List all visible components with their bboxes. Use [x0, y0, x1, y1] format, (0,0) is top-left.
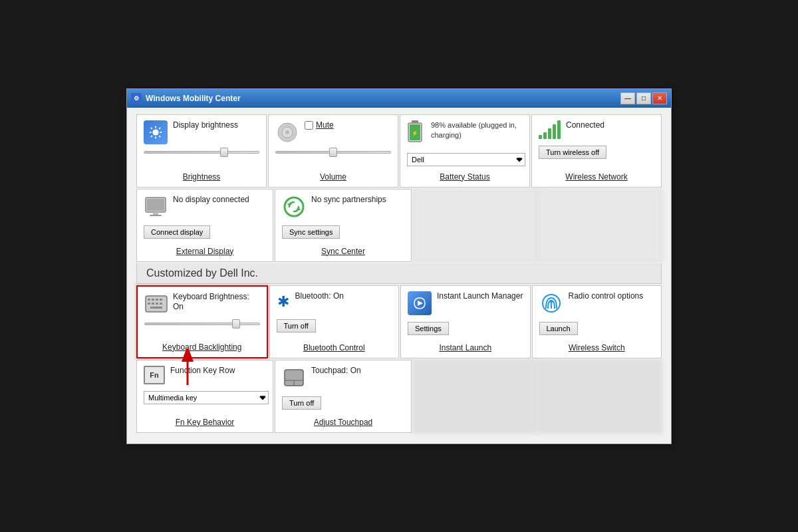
touchpad-turn-off-button[interactable]: Turn off	[282, 396, 321, 410]
row-4: Fn Function Key Row Multimedia key ▼ Fn …	[136, 360, 662, 433]
volume-slider-track	[275, 151, 391, 154]
volume-tile-header: Mute	[275, 120, 391, 144]
fn-key-select-row: Multimedia key ▼	[144, 391, 266, 404]
bluetooth-tile: ✱ Bluetooth: On Turn off Bluetooth Contr…	[269, 285, 400, 358]
radio-title: Radio control options	[569, 291, 644, 302]
battery-plan-select[interactable]: Dell	[407, 153, 525, 166]
svg-point-11	[285, 130, 289, 134]
app-icon: ⚙	[131, 93, 142, 104]
sync-settings-button[interactable]: Sync settings	[282, 225, 340, 239]
battery-label: Battery Status	[407, 170, 523, 182]
keyboard-backlighting-tile: Keyboard Brightness: On Keyboard Backlig…	[136, 285, 268, 358]
bluetooth-turn-off-button[interactable]: Turn off	[277, 319, 316, 332]
fn-key-select[interactable]: Multimedia key	[144, 391, 269, 404]
volume-label: Volume	[275, 170, 391, 182]
wireless-tile-header: Connected	[539, 120, 654, 139]
external-display-status: No display connected	[173, 195, 249, 205]
svg-rect-18	[153, 212, 158, 215]
volume-tile: Mute Volume	[268, 114, 398, 188]
sync-tile-header: No sync partnerships	[282, 195, 404, 219]
svg-rect-25	[160, 299, 162, 301]
sync-info: No sync partnerships	[311, 195, 386, 205]
keyboard-title: Keyboard Brightness: On	[173, 292, 259, 313]
red-arrow-overlay	[174, 348, 201, 390]
svg-rect-28	[156, 303, 158, 305]
brightness-title: Display brightness	[173, 120, 238, 131]
minimize-button[interactable]: —	[620, 92, 635, 104]
battery-icon: ⚡	[407, 120, 426, 146]
brightness-icon	[144, 120, 168, 144]
svg-rect-27	[152, 303, 154, 305]
instant-launch-title: Instant Launch Manager	[437, 291, 523, 302]
brightness-info: Display brightness	[173, 120, 238, 131]
svg-rect-24	[156, 299, 158, 301]
wireless-info: Connected	[566, 120, 604, 131]
brightness-slider-thumb[interactable]	[220, 148, 228, 157]
blurred-tile-row4-2	[538, 360, 662, 433]
volume-info: Mute	[305, 120, 334, 131]
wifi-icon	[539, 120, 561, 139]
touchpad-icon	[282, 366, 306, 390]
title-bar-left: ⚙ Windows Mobility Center	[131, 93, 241, 104]
mute-label[interactable]: Mute	[316, 120, 334, 131]
svg-point-35	[550, 301, 553, 303]
restore-button[interactable]: □	[636, 92, 651, 104]
touchpad-info: Touchpad: On	[311, 366, 361, 376]
turn-wireless-off-button[interactable]: Turn wireless off	[539, 146, 606, 159]
monitor-icon	[144, 195, 168, 219]
keyboard-info: Keyboard Brightness: On	[173, 292, 259, 313]
svg-point-0	[152, 129, 158, 135]
battery-select-row: Dell ▼	[407, 153, 523, 166]
mute-checkbox[interactable]	[305, 121, 313, 130]
volume-slider-thumb[interactable]	[329, 148, 337, 157]
connect-display-button[interactable]: Connect display	[144, 225, 210, 239]
customized-bar: Customized by Dell Inc.	[136, 263, 662, 284]
keyboard-slider-track	[144, 323, 260, 325]
row-3: Keyboard Brightness: On Keyboard Backlig…	[136, 285, 662, 358]
radio-icon	[539, 291, 563, 315]
sync-label: Sync Center	[282, 244, 404, 256]
sync-status: No sync partnerships	[311, 195, 386, 205]
windows-mobility-center-window: ⚙ Windows Mobility Center — □ ✕ Display …	[126, 88, 672, 444]
instant-launch-settings-button[interactable]: Settings	[408, 322, 449, 335]
fn-key-tile: Fn Function Key Row Multimedia key ▼ Fn …	[136, 360, 273, 433]
brightness-tile-header: Display brightness	[144, 120, 259, 144]
blurred-tile-2	[538, 189, 662, 262]
svg-line-8	[151, 136, 152, 137]
keyboard-tile-header: Keyboard Brightness: On	[144, 292, 260, 316]
instant-launch-tile: Instant Launch Manager Settings Instant …	[400, 285, 531, 358]
touchpad-header: Touchpad: On	[282, 366, 404, 390]
fn-key-label: Fn Key Behavior	[144, 415, 266, 427]
sync-icon	[282, 195, 306, 219]
external-display-header: No display connected	[144, 195, 266, 219]
svg-rect-22	[148, 299, 150, 301]
keyboard-icon	[144, 292, 168, 316]
battery-tile-header: ⚡ 98% available (plugged in, charging)	[407, 120, 523, 146]
svg-line-7	[159, 127, 160, 128]
radio-info: Radio control options	[569, 291, 644, 302]
radio-label: Wireless Switch	[539, 340, 655, 352]
row-2: No display connected Connect display Ext…	[136, 189, 662, 262]
instant-launch-info: Instant Launch Manager	[437, 291, 523, 302]
svg-rect-23	[152, 299, 154, 301]
instant-launch-header: Instant Launch Manager	[408, 291, 523, 315]
svg-rect-29	[160, 303, 162, 305]
svg-text:⚡: ⚡	[412, 130, 418, 136]
title-controls: — □ ✕	[620, 92, 667, 104]
battery-tile: ⚡ 98% available (plugged in, charging) D…	[400, 114, 530, 188]
bluetooth-title: Bluetooth: On	[295, 291, 344, 302]
bluetooth-info: Bluetooth: On	[295, 291, 344, 302]
svg-line-6	[159, 136, 160, 137]
close-button[interactable]: ✕	[652, 92, 667, 104]
title-bar: ⚙ Windows Mobility Center — □ ✕	[127, 89, 671, 108]
svg-rect-19	[150, 215, 162, 216]
radio-tile-header: Radio control options	[539, 291, 655, 315]
radio-launch-button[interactable]: Launch	[539, 322, 578, 335]
volume-icon	[275, 120, 299, 144]
keyboard-label: Keyboard Backlighting	[144, 340, 260, 352]
customized-text: Customized by Dell Inc.	[146, 267, 258, 279]
external-display-label: External Display	[144, 244, 266, 256]
keyboard-slider-container	[144, 323, 260, 325]
keyboard-slider-thumb[interactable]	[232, 319, 240, 329]
radio-control-tile: Radio control options Launch Wireless Sw…	[532, 285, 662, 358]
